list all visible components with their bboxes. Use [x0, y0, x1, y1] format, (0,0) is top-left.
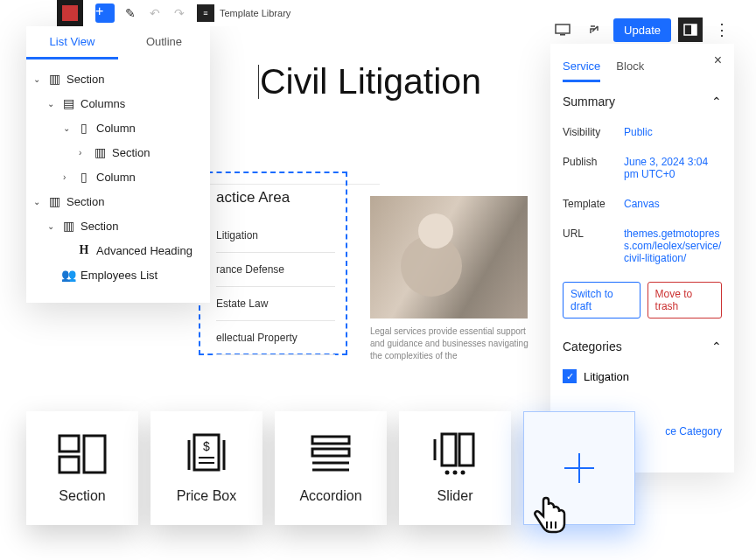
chevron-up-icon: ⌃: [711, 94, 722, 108]
tree-section-3[interactable]: ⌄▥Section: [32, 214, 205, 238]
chevron-down-icon: ⌄: [47, 221, 56, 231]
visibility-value[interactable]: Public: [624, 126, 722, 138]
external-link-icon[interactable]: [582, 18, 606, 42]
image-caption: Legal services provide essential support…: [370, 326, 536, 362]
tab-block[interactable]: Block: [616, 52, 644, 82]
top-right-actions: Update ⋮: [550, 18, 734, 42]
summary-section-header[interactable]: Summary⌃: [563, 82, 722, 117]
edit-icon[interactable]: ✎: [118, 1, 143, 25]
svg-rect-3: [691, 24, 696, 35]
list-item[interactable]: ellectual Property: [216, 321, 335, 355]
more-options-icon[interactable]: ⋮: [710, 18, 734, 42]
tree-section[interactable]: ⌄▥Section: [32, 66, 205, 91]
svg-rect-13: [312, 437, 349, 444]
section-icon: ▥: [61, 219, 75, 233]
category-checkbox-row[interactable]: ✓Litigation: [563, 362, 722, 390]
block-card-section[interactable]: Section: [26, 411, 138, 525]
svg-point-20: [445, 471, 450, 475]
update-button[interactable]: Update: [613, 18, 671, 42]
list-item[interactable]: rance Defense: [216, 253, 335, 287]
column-icon: ▯: [77, 121, 91, 135]
chevron-down-icon: ⌄: [33, 197, 42, 206]
close-icon[interactable]: ×: [714, 52, 722, 82]
pricebox-icon: $: [180, 432, 233, 476]
list-item[interactable]: Litigation: [216, 219, 335, 253]
block-heading: actice Area: [216, 189, 335, 206]
cursor-hand-icon: [529, 495, 568, 539]
selected-block[interactable]: actice Area Litigation rance Defense Est…: [199, 172, 347, 355]
publish-value[interactable]: June 3, 2024 3:04 pm UTC+0: [624, 156, 722, 180]
visibility-label: Visibility: [563, 126, 624, 138]
block-card-pricebox[interactable]: $ Price Box: [150, 411, 262, 525]
list-item[interactable]: Estate Law: [216, 287, 335, 321]
block-card-slider[interactable]: Slider: [399, 411, 511, 525]
svg-rect-5: [60, 457, 79, 472]
template-label: Template: [563, 198, 624, 210]
publish-label: Publish: [563, 156, 624, 180]
add-block-button[interactable]: +: [95, 4, 115, 23]
svg-text:$: $: [203, 439, 210, 453]
url-value[interactable]: themes.getmotopress.com/leolex/service/c…: [624, 228, 722, 264]
tab-service[interactable]: Service: [563, 52, 600, 82]
tree-columns[interactable]: ⌄▤Columns: [32, 91, 205, 116]
section-icon: [56, 432, 108, 476]
undo-icon[interactable]: ↶: [143, 1, 167, 25]
template-library-label[interactable]: Template Library: [220, 8, 290, 18]
accordion-icon: [304, 432, 357, 476]
move-to-trash-button[interactable]: Move to trash: [648, 282, 722, 318]
tree-column[interactable]: ⌄▯Column: [32, 116, 205, 140]
svg-point-22: [461, 471, 466, 475]
page-title[interactable]: Civil Litigation: [260, 61, 481, 102]
chevron-right-icon: ›: [79, 148, 88, 158]
switch-to-draft-button[interactable]: Switch to draft: [563, 282, 640, 318]
section-icon: ▥: [47, 194, 61, 208]
svg-rect-1: [560, 34, 565, 36]
categories-section-header[interactable]: Categories⌃: [563, 327, 722, 362]
svg-rect-14: [312, 449, 349, 456]
column-icon: ▯: [77, 170, 91, 184]
redo-icon[interactable]: ↷: [167, 1, 192, 25]
url-label: URL: [563, 228, 624, 264]
tab-list-view[interactable]: List View: [26, 26, 118, 60]
svg-rect-0: [556, 24, 570, 33]
template-value[interactable]: Canvas: [624, 198, 722, 210]
settings-sidebar: Service Block × Summary⌃ VisibilityPubli…: [550, 44, 734, 472]
tree-column-2[interactable]: ›▯Column: [32, 164, 205, 189]
checkbox-checked-icon[interactable]: ✓: [563, 369, 577, 383]
device-preview-icon[interactable]: [550, 18, 575, 42]
tree-advanced-heading[interactable]: HAdvanced Heading: [32, 238, 205, 262]
section-icon: ▥: [93, 145, 107, 159]
template-library-icon[interactable]: ≡: [197, 4, 214, 22]
tree-section-nested[interactable]: ›▥Section: [32, 140, 205, 164]
sidebar-toggle-icon[interactable]: [678, 18, 703, 42]
svg-rect-17: [442, 434, 456, 466]
list-view-panel: List View Outline ⌄▥Section ⌄▤Columns ⌄▯…: [26, 26, 210, 303]
content-image: [370, 196, 528, 318]
app-logo[interactable]: [57, 0, 83, 26]
svg-rect-18: [459, 434, 473, 466]
tree-section-2[interactable]: ⌄▥Section: [32, 189, 205, 214]
svg-rect-6: [84, 436, 105, 472]
employees-icon: 👥: [61, 268, 75, 282]
chevron-up-icon: ⌃: [711, 340, 722, 354]
tab-outline[interactable]: Outline: [118, 26, 210, 60]
chevron-down-icon: ⌄: [47, 99, 56, 108]
chevron-down-icon: ⌄: [63, 123, 72, 133]
block-card-accordion[interactable]: Accordion: [275, 411, 387, 525]
heading-icon: H: [77, 243, 91, 257]
slider-icon: [429, 432, 481, 476]
tree-employees-list[interactable]: 👥Employees List: [32, 262, 205, 287]
svg-rect-4: [60, 436, 79, 452]
chevron-down-icon: ⌄: [33, 74, 42, 84]
columns-icon: ▤: [61, 96, 75, 110]
plus-icon: [553, 446, 606, 490]
section-icon: ▥: [47, 72, 61, 86]
svg-point-21: [453, 471, 458, 475]
chevron-right-icon: ›: [63, 172, 72, 182]
